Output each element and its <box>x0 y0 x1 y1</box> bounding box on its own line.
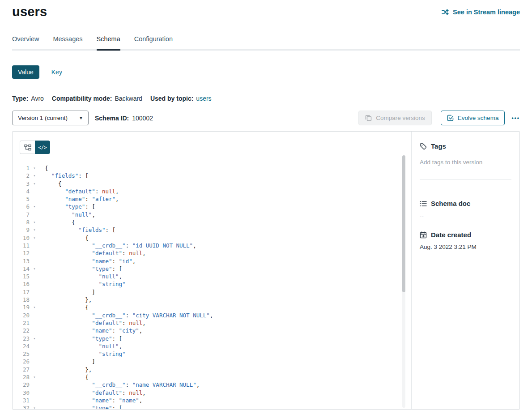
code-line: 26 ] <box>20 358 411 365</box>
fold-spacer <box>32 195 37 203</box>
code-text: "null", <box>45 273 122 280</box>
code-line: 21 "default": null, <box>20 319 411 327</box>
line-number: 2 <box>20 172 30 179</box>
calendar-icon <box>420 231 427 239</box>
fold-spacer <box>32 211 37 218</box>
line-number: 22 <box>20 327 30 334</box>
fold-toggle-icon[interactable]: ▾ <box>32 234 37 242</box>
fold-spacer <box>32 366 37 373</box>
schema-panel: </> 1▾{2▾ "fields": [3▾ {4 "default": nu… <box>12 131 520 410</box>
code-line: 9▾ "fields": [ <box>20 226 411 234</box>
evolve-schema-button[interactable]: Evolve schema <box>441 111 505 125</box>
code-line: 12 "default": null, <box>20 249 411 257</box>
fold-toggle-icon[interactable]: ▾ <box>32 226 37 234</box>
meta-topic: Used by topic: users <box>150 95 212 102</box>
code-text: "name": "after", <box>45 195 119 203</box>
version-select-value: Version 1 (current) <box>18 115 68 121</box>
fold-toggle-icon[interactable]: ▾ <box>32 164 37 172</box>
tab-messages[interactable]: Messages <box>53 35 82 49</box>
stream-lineage-link[interactable]: See in Stream lineage <box>442 9 520 16</box>
code-text: "__crdb__": "name VARCHAR NULL", <box>45 381 200 389</box>
fold-toggle-icon[interactable]: ▾ <box>32 180 37 188</box>
code-line: 24 "null", <box>20 342 411 350</box>
fold-toggle-icon[interactable]: ▾ <box>32 373 37 381</box>
code-text: "null", <box>45 342 122 350</box>
fold-spacer <box>32 242 37 249</box>
more-options-button[interactable]: ••• <box>511 115 520 121</box>
value-toggle-button[interactable]: Value <box>12 65 39 79</box>
fold-spacer <box>32 249 37 257</box>
fold-toggle-icon[interactable]: ▾ <box>32 404 37 409</box>
schema-editor: </> 1▾{2▾ "fields": [3▾ {4 "default": nu… <box>13 132 411 409</box>
topic-link[interactable]: users <box>196 95 211 102</box>
code-line: 7 "null", <box>20 211 411 218</box>
tab-overview[interactable]: Overview <box>12 35 39 49</box>
fold-spacer <box>32 296 37 303</box>
fold-toggle-icon[interactable]: ▾ <box>32 303 37 311</box>
line-number: 6 <box>20 203 30 210</box>
fold-spacer <box>32 319 37 327</box>
schema-doc-title: Schema doc <box>431 200 470 207</box>
code-line: 29 "__crdb__": "name VARCHAR NULL", <box>20 381 411 389</box>
code-text: { <box>45 164 48 172</box>
code-line: 14▾ "type": [ <box>20 265 411 273</box>
compare-versions-button[interactable]: Compare versions <box>358 111 432 125</box>
tag-icon <box>420 143 427 150</box>
line-number: 15 <box>20 273 30 280</box>
code-text: "name": "name", <box>45 397 142 404</box>
fold-spacer <box>32 312 37 319</box>
tree-view-icon <box>24 144 31 151</box>
code-line: 6▾ "type": [ <box>20 203 411 210</box>
fold-spacer <box>32 358 37 365</box>
line-number: 5 <box>20 195 30 203</box>
code-text: "name": "city", <box>45 327 142 334</box>
editor-lines: 1▾{2▾ "fields": [3▾ {4 "default": null,5… <box>20 164 411 409</box>
fold-toggle-icon[interactable]: ▾ <box>32 265 37 273</box>
code-text: "string" <box>45 350 126 358</box>
compare-icon <box>365 115 372 121</box>
code-text: { <box>45 303 89 311</box>
code-line: 32▾ "type": [ <box>20 404 411 409</box>
key-toggle-button[interactable]: Key <box>51 68 62 76</box>
line-number: 26 <box>20 358 30 365</box>
code-text: ] <box>45 288 95 296</box>
date-created-title: Date created <box>431 231 471 239</box>
tab-bar: Overview Messages Schema Configuration <box>12 35 520 51</box>
code-line: 15 "null", <box>20 273 411 280</box>
editor-scroll-track[interactable] <box>402 155 405 408</box>
code-text: "default": null, <box>45 389 146 397</box>
fold-toggle-icon[interactable]: ▾ <box>32 218 37 226</box>
schema-doc-value: -- <box>420 212 511 219</box>
line-number: 14 <box>20 265 30 273</box>
tags-section-header: Tags <box>420 142 511 150</box>
tab-schema[interactable]: Schema <box>97 35 120 51</box>
code-line: 22 "name": "city", <box>20 327 411 334</box>
fold-toggle-icon[interactable]: ▾ <box>32 172 37 179</box>
add-tags-input[interactable] <box>420 157 511 169</box>
line-number: 9 <box>20 226 30 234</box>
code-view-button[interactable]: </> <box>35 141 50 154</box>
schema-doc-header: Schema doc <box>420 200 511 207</box>
line-number: 19 <box>20 303 30 311</box>
code-line: 8▾ { <box>20 218 411 226</box>
line-number: 30 <box>20 389 30 397</box>
fold-spacer <box>32 389 37 397</box>
fold-toggle-icon[interactable]: ▾ <box>32 203 37 210</box>
schema-sidebar: Tags Schema doc -- <box>411 132 519 409</box>
code-text: "name": "id", <box>45 257 136 265</box>
version-select[interactable]: Version 1 (current) ▼ <box>12 111 89 125</box>
code-line: 17 ] <box>20 288 411 296</box>
code-line: 28▾ { <box>20 373 411 381</box>
date-created-header: Date created <box>420 231 511 239</box>
tree-view-button[interactable] <box>20 141 35 154</box>
schema-kind-toggle: Value Key <box>12 65 520 79</box>
code-line: 30 "default": null, <box>20 389 411 397</box>
line-number: 10 <box>20 234 30 242</box>
tab-configuration[interactable]: Configuration <box>134 35 173 49</box>
code-text: }, <box>45 366 92 373</box>
list-icon <box>420 201 427 207</box>
meta-type-value: Avro <box>31 95 44 102</box>
editor-scrollbar[interactable] <box>402 155 405 292</box>
fold-toggle-icon[interactable]: ▾ <box>32 335 37 342</box>
code-text: "default": null, <box>45 249 146 257</box>
